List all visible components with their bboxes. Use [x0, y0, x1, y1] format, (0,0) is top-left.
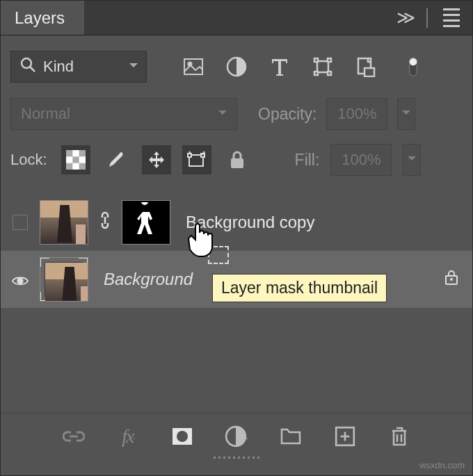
layer-style-button[interactable]: fx. [115, 426, 141, 447]
filter-kind-label: Kind [43, 58, 122, 76]
filter-smartobject-icon[interactable] [354, 56, 378, 77]
panel-resize-handle[interactable] [205, 457, 268, 461]
layer-mask-thumbnail[interactable] [122, 200, 170, 245]
opacity-value[interactable]: 100% [326, 98, 387, 130]
svg-rect-18 [66, 163, 72, 170]
divider [426, 8, 428, 28]
filter-pixel-icon[interactable] [182, 56, 205, 77]
add-mask-button[interactable] [169, 426, 195, 447]
svg-point-24 [17, 279, 22, 284]
new-adjustment-button[interactable]: . [223, 426, 250, 447]
lock-artboard-button[interactable] [182, 145, 211, 174]
fill-value[interactable]: 100% [330, 144, 392, 176]
svg-rect-16 [79, 150, 85, 156]
svg-point-28 [177, 431, 188, 442]
svg-rect-17 [72, 156, 79, 163]
delete-layer-button[interactable] [386, 426, 412, 447]
svg-rect-11 [364, 68, 374, 76]
lock-icon [443, 270, 460, 289]
new-group-button[interactable] [278, 426, 304, 447]
filter-shape-icon[interactable] [311, 56, 335, 77]
svg-rect-7 [328, 58, 331, 62]
panel-titlebar: Layers ≫ [1, 1, 472, 35]
layer-thumbnail[interactable] [40, 257, 88, 302]
panel-title: Layers [15, 8, 65, 28]
opacity-chevron[interactable] [397, 98, 415, 130]
svg-rect-15 [66, 150, 72, 156]
panel-tab-layers[interactable]: Layers [1, 1, 84, 35]
blend-mode-label: Normal [21, 105, 218, 123]
chevron-down-icon [129, 58, 138, 76]
svg-point-26 [450, 278, 453, 281]
svg-rect-5 [317, 61, 328, 72]
layer-thumbnail[interactable] [40, 200, 88, 245]
opacity-label: Opacity: [258, 105, 316, 124]
filter-type-icon[interactable] [268, 56, 291, 77]
visibility-toggle[interactable] [13, 215, 28, 230]
lock-transparent-button[interactable] [61, 145, 90, 174]
filter-toggle[interactable] [401, 56, 425, 77]
fill-chevron[interactable] [403, 144, 421, 176]
svg-point-0 [22, 58, 31, 68]
layer-name[interactable]: Background [104, 270, 193, 289]
svg-rect-6 [314, 58, 318, 62]
chevron-down-icon [218, 105, 227, 123]
svg-point-13 [410, 58, 417, 66]
svg-rect-9 [328, 72, 331, 75]
svg-rect-23 [231, 158, 243, 168]
watermark: wsxdn.com [419, 460, 465, 470]
panel-menu-button[interactable] [431, 8, 472, 27]
collapse-button[interactable]: ≫ [388, 7, 424, 28]
chevron-down-icon [402, 105, 410, 123]
visibility-toggle[interactable] [11, 273, 29, 286]
filter-kind-select[interactable]: Kind [10, 51, 147, 83]
lock-image-button[interactable] [102, 145, 131, 174]
link-icon [98, 211, 112, 233]
cursor-hand-icon [180, 220, 218, 258]
fill-label: Fill: [295, 151, 320, 170]
svg-rect-8 [314, 72, 318, 75]
svg-rect-19 [79, 163, 85, 170]
lock-all-button[interactable] [223, 145, 252, 174]
lock-label: Lock: [10, 151, 47, 169]
blend-mode-select[interactable]: Normal [10, 98, 237, 130]
svg-line-1 [30, 67, 35, 72]
filter-adjustment-icon[interactable] [225, 56, 248, 77]
link-layers-button[interactable] [61, 426, 87, 447]
new-layer-button[interactable] [332, 426, 358, 447]
chevron-down-icon [408, 151, 416, 169]
tooltip: Layer mask thumbnail [212, 274, 387, 302]
layer-row[interactable]: Background copy Layer mask thumbnail [1, 194, 472, 251]
lock-position-button[interactable] [142, 145, 171, 174]
search-icon [19, 56, 36, 77]
